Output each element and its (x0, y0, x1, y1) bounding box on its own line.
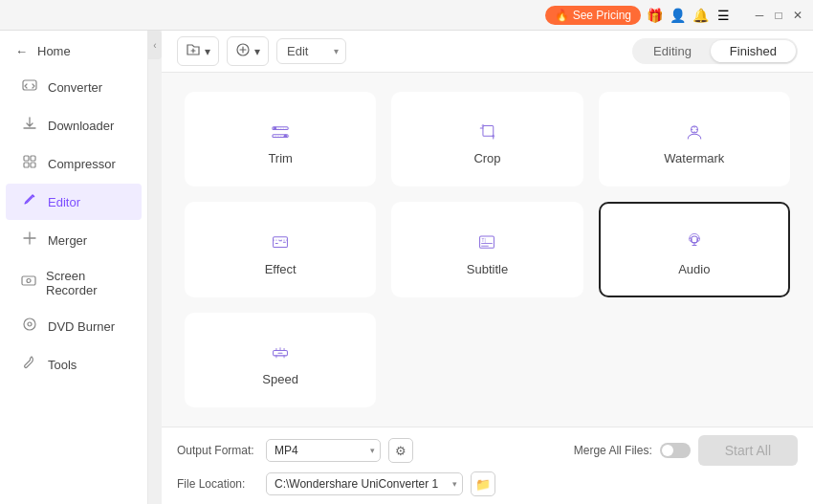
sidebar-item-screen-recorder[interactable]: Screen Recorder (6, 260, 142, 306)
editor-grid: Trim Crop Watermark (162, 73, 813, 427)
effect-icon (263, 230, 297, 253)
svg-point-8 (28, 322, 32, 326)
edit-select-wrap: Edit Merge ▾ (276, 38, 346, 64)
editor-card-subtitle[interactable]: T| Subtitle (391, 202, 582, 296)
sidebar-item-tools[interactable]: Tools (6, 346, 142, 383)
merge-all-label: Merge All Files: (574, 444, 652, 457)
compressor-icon (21, 154, 38, 173)
effect-label: Effect (265, 262, 297, 276)
crop-label: Crop (473, 151, 500, 165)
editor-card-watermark[interactable]: Watermark (599, 92, 790, 186)
file-location-label: File Location: (177, 477, 258, 491)
add-files-button[interactable]: ▾ (177, 36, 219, 66)
sidebar-item-merger[interactable]: Merger (6, 222, 142, 258)
merger-icon (21, 230, 38, 250)
file-location-select-wrap: C:\Wondershare UniConverter 1 ▾ (266, 472, 463, 495)
see-pricing-label: See Pricing (573, 9, 631, 22)
compressor-label: Compressor (48, 157, 116, 171)
trim-label: Trim (268, 151, 293, 165)
downloader-label: Downloader (48, 119, 114, 133)
maximize-button[interactable]: □ (771, 8, 786, 23)
sidebar-item-downloader[interactable]: Downloader (6, 107, 142, 143)
crop-icon (470, 121, 504, 143)
subtitle-icon: T| (470, 230, 504, 253)
svg-rect-0 (23, 80, 36, 90)
output-format-select[interactable]: MP4 MKV AVI MOV (266, 439, 381, 462)
sidebar-home-label: Home (37, 44, 71, 58)
menu-icon[interactable]: ☰ (714, 6, 733, 25)
file-location-row: File Location: C:\Wondershare UniConvert… (177, 471, 798, 496)
converter-label: Converter (48, 80, 102, 95)
merge-toggle[interactable] (660, 443, 691, 458)
app-body: ← Home Converter Downloader (0, 31, 813, 504)
sidebar-collapse-handle[interactable]: ‹ (148, 31, 162, 59)
screen-recorder-label: Screen Recorder (46, 269, 126, 297)
title-bar: 🔥 See Pricing 🎁 👤 🔔 ☰ ─ □ ✕ (0, 0, 813, 31)
add-files-label: ▾ (205, 45, 210, 58)
close-button[interactable]: ✕ (790, 8, 805, 23)
audio-icon (677, 230, 712, 253)
tools-icon (21, 355, 38, 374)
sidebar: ← Home Converter Downloader (0, 31, 148, 504)
bell-icon[interactable]: 🔔 (691, 6, 710, 25)
home-icon: ← (15, 44, 28, 58)
editor-card-effect[interactable]: Effect (185, 202, 376, 296)
dvd-burner-label: DVD Burner (48, 319, 115, 334)
subtitle-label: Subtitle (467, 262, 508, 276)
speed-label: Speed (262, 372, 298, 386)
sidebar-item-compressor[interactable]: Compressor (6, 145, 142, 182)
sidebar-item-home[interactable]: ← Home (0, 34, 147, 68)
svg-point-15 (482, 124, 485, 127)
svg-text:T|: T| (482, 238, 486, 243)
audio-label: Audio (678, 262, 710, 276)
downloader-icon (21, 116, 38, 135)
editor-label: Editor (48, 195, 80, 209)
editor-card-audio[interactable]: Audio (599, 202, 790, 296)
see-pricing-button[interactable]: 🔥 See Pricing (545, 6, 641, 25)
converter-icon (21, 77, 38, 97)
add-media-label: ▾ (254, 45, 260, 58)
svg-point-16 (493, 135, 495, 138)
svg-rect-1 (24, 156, 29, 161)
sidebar-item-converter[interactable]: Converter (6, 69, 142, 105)
svg-rect-5 (22, 276, 35, 285)
merger-label: Merger (48, 233, 87, 248)
output-format-select-wrap: MP4 MKV AVI MOV ▾ (266, 439, 381, 462)
svg-rect-4 (31, 163, 35, 167)
fire-icon: 🔥 (555, 9, 569, 22)
add-files-icon (186, 42, 201, 60)
svg-rect-14 (483, 125, 494, 136)
start-all-button[interactable]: Start All (698, 435, 798, 466)
output-format-label: Output Format: (177, 444, 258, 457)
trim-icon (263, 121, 297, 143)
output-settings-icon[interactable]: ⚙ (388, 438, 413, 463)
sidebar-item-dvd-burner[interactable]: DVD Burner (6, 308, 142, 344)
sidebar-item-editor[interactable]: Editor (6, 184, 142, 220)
tab-finished[interactable]: Finished (711, 40, 796, 62)
edit-select[interactable]: Edit Merge (276, 38, 346, 64)
minimize-button[interactable]: ─ (752, 8, 767, 23)
file-location-select[interactable]: C:\Wondershare UniConverter 1 (266, 472, 463, 495)
editor-icon (21, 192, 38, 211)
editor-card-speed[interactable]: Speed (185, 313, 376, 407)
svg-rect-2 (31, 156, 35, 161)
user-icon[interactable]: 👤 (668, 6, 687, 25)
main-content: ▾ ▾ Edit Merge ▾ Edi (162, 31, 813, 504)
file-browse-icon[interactable]: 📁 (471, 471, 495, 496)
bottom-bar: Output Format: MP4 MKV AVI MOV ▾ ⚙ Merge… (162, 427, 813, 504)
svg-point-6 (27, 279, 31, 283)
gift-icon[interactable]: 🎁 (645, 6, 664, 25)
svg-rect-3 (24, 163, 29, 167)
editor-card-crop[interactable]: Crop (391, 92, 582, 186)
toolbar: ▾ ▾ Edit Merge ▾ Edi (162, 31, 813, 73)
output-format-row: Output Format: MP4 MKV AVI MOV ▾ ⚙ Merge… (177, 435, 798, 466)
toggle-knob (662, 445, 673, 456)
dvd-burner-icon (21, 317, 38, 336)
watermark-label: Watermark (664, 151, 724, 165)
editor-card-trim[interactable]: Trim (185, 92, 376, 186)
speed-icon (263, 341, 297, 364)
add-media-button[interactable]: ▾ (227, 36, 269, 66)
screen-recorder-icon (21, 274, 36, 293)
tab-group: Editing Finished (632, 38, 798, 64)
tab-editing[interactable]: Editing (634, 40, 711, 62)
